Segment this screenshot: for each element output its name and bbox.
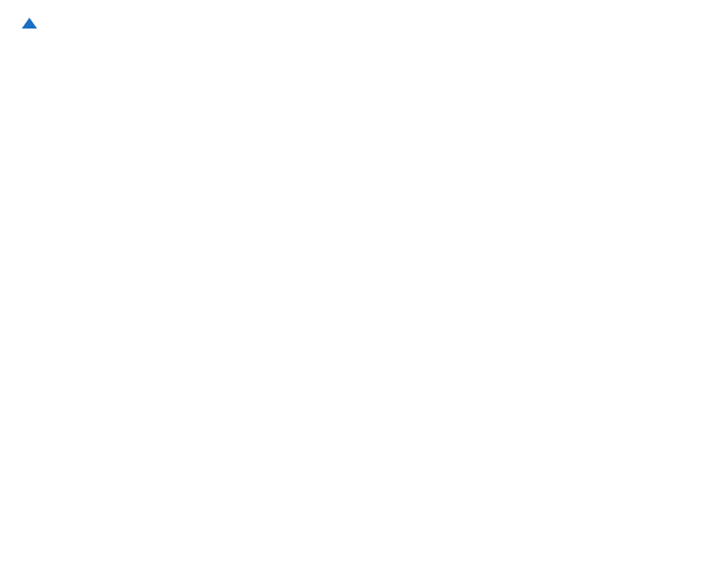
logo: [18, 15, 39, 33]
logo-icon: [20, 15, 39, 33]
page-header: [18, 15, 710, 33]
svg-marker-0: [22, 17, 38, 29]
